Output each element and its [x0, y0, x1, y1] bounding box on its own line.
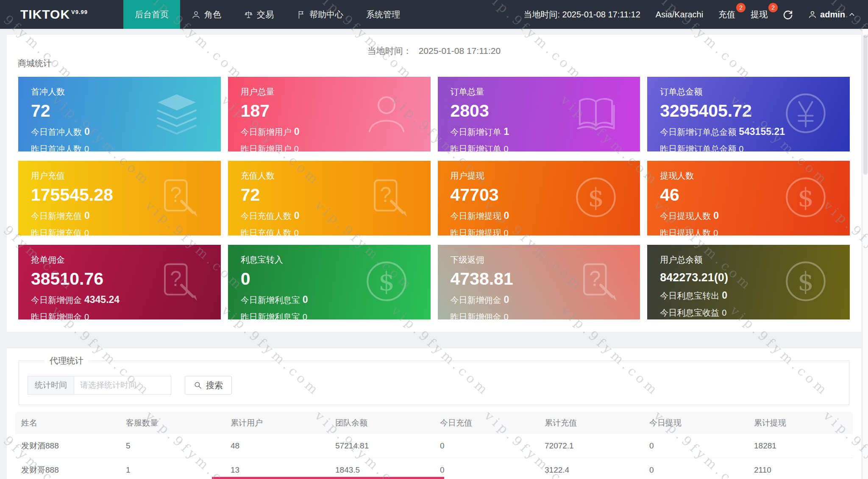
card-yesterday-line: 昨日新增订单0 — [451, 143, 640, 151]
stat-card-6: 用户提现 47703 今日新增提现0 昨日新增提现0 $ — [438, 161, 640, 235]
nav-item-2[interactable]: 交易 — [233, 0, 285, 29]
stats-section-title: 商城统计 — [18, 58, 52, 69]
app-logo: TIKTOKV9.99 — [20, 7, 88, 22]
withdraw-badge: 2 — [768, 3, 778, 12]
chevron-up-icon — [849, 11, 855, 18]
card-yesterday-value: 0 — [84, 228, 89, 235]
search-button[interactable]: 搜索 — [185, 376, 232, 395]
nav-item-0[interactable]: 后台首页 — [123, 0, 180, 29]
note-question-icon: ? — [153, 258, 200, 307]
yen-circle-icon — [782, 90, 829, 139]
agent-panel: 代理统计 统计时间 搜索 姓名客服数量累计用户团队余额今日充值累计充值今日提现累… — [7, 348, 861, 479]
table-row: 发财酒88854857214.81072072.1018281 — [15, 434, 853, 458]
withdraw-button[interactable]: 提现 2 — [751, 9, 768, 20]
stat-card-11: 用户总余额 842273.21(0) 今日利息宝转出0 今日利息宝收益0 $ — [647, 245, 850, 319]
table-cell: 1 — [120, 458, 225, 479]
navbar-right: 当地时间: 2025-01-08 17:11:12 Asia/Karachi 充… — [523, 9, 855, 20]
card-today-value: 0 — [294, 126, 300, 137]
table-cell: 5 — [120, 434, 225, 458]
nav-item-label: 系统管理 — [366, 9, 400, 20]
nav-item-1[interactable]: 角色 — [180, 0, 233, 29]
card-yesterday-line: 昨日新增用户0 — [241, 143, 431, 151]
top-navbar: TIKTOKV9.99 后台首页角色交易帮助中心系统管理 当地时间: 2025-… — [0, 0, 868, 29]
svg-text:?: ? — [589, 267, 601, 290]
table-cell: 13 — [225, 458, 329, 479]
card-today-value: 0 — [294, 210, 300, 221]
card-yesterday-line: 今日利息宝收益0 — [660, 307, 850, 319]
card-yesterday-line: 昨日新增订单总金额0 — [660, 143, 850, 151]
table-header-6: 今日提现 — [643, 412, 748, 434]
stat-card-7: 提现人数 46 今日提现人数0 昨日提现人数0 $ — [647, 161, 850, 235]
card-yesterday-value: 0 — [294, 144, 299, 151]
table-cell: 48 — [225, 434, 329, 458]
table-cell: 72072.1 — [539, 434, 643, 458]
table-cell: 0 — [434, 458, 539, 479]
refresh-icon[interactable] — [783, 9, 793, 20]
card-yesterday-value: 0 — [504, 228, 509, 235]
svg-text:?: ? — [170, 267, 181, 290]
dollar-circle-icon: $ — [572, 174, 620, 223]
card-yesterday-value: 0 — [504, 144, 509, 151]
table-header-4: 今日充值 — [434, 412, 539, 434]
agent-section-title: 代理统计 — [45, 355, 89, 367]
table-header-0: 姓名 — [15, 412, 120, 434]
stat-time-input[interactable] — [74, 376, 171, 395]
table-header-3: 团队余额 — [329, 412, 434, 434]
table-cell: 0 — [434, 434, 539, 458]
bottom-accent-bar — [212, 477, 444, 479]
user-icon — [363, 90, 410, 139]
stat-card-4: 用户充值 175545.28 今日新增充值0 昨日新增充值0 ? — [18, 161, 221, 235]
navbar-local-time: 当地时间: 2025-01-08 17:11:12 — [523, 9, 640, 20]
nav-item-3[interactable]: 帮助中心 — [285, 0, 355, 29]
card-today-value: 0 — [722, 290, 727, 301]
card-yesterday-value: 0 — [504, 312, 509, 319]
stat-card-3: 订单总金额 3295405.72 今日新增订单总金额543155.21 昨日新增… — [647, 77, 850, 151]
agent-table: 姓名客服数量累计用户团队余额今日充值累计充值今日提现累计提现 发财酒888548… — [15, 412, 853, 479]
stat-card-8: 抢单佣金 38510.76 今日新增佣金4345.24 昨日新增佣金0 ? — [18, 245, 221, 319]
table-cell: 发财哥888 — [15, 458, 120, 479]
stat-card-2: 订单总量 2803 今日新增订单1 昨日新增订单0 — [438, 77, 640, 151]
card-yesterday-value: 0 — [84, 312, 89, 319]
nav-item-label: 帮助中心 — [309, 9, 343, 20]
stat-card-0: 首冲人数 72 今日首冲人数0 昨日首冲人数0 — [18, 77, 221, 151]
stat-card-10: 下级返佣 4738.81 今日新增佣金0 昨日新增佣金0 ? — [438, 245, 640, 319]
admin-username: admin — [820, 10, 845, 20]
table-cell: 2110 — [748, 458, 853, 479]
table-cell: 57214.81 — [329, 434, 434, 458]
recharge-badge: 2 — [736, 3, 746, 12]
scrollbar-track — [863, 29, 868, 479]
agent-fieldset: 代理统计 统计时间 搜索 — [19, 355, 849, 405]
local-time-display: 当地时间： 2025-01-08 17:11:20 — [7, 45, 861, 57]
nav-item-label: 后台首页 — [135, 9, 169, 20]
stat-card-9: 利息宝转入 0 今日新增利息宝0 昨日新增利息宝0 $ — [228, 245, 431, 319]
table-header-5: 累计充值 — [539, 412, 643, 434]
table-cell: 0 — [643, 458, 748, 479]
note-question-icon: ? — [363, 174, 410, 223]
card-yesterday-value: 0 — [739, 144, 743, 151]
layers-icon — [153, 90, 200, 139]
search-icon — [194, 381, 202, 389]
agent-filter-row: 统计时间 搜索 — [28, 376, 840, 395]
dollar-circle-icon: $ — [782, 174, 829, 223]
person-icon — [808, 10, 817, 19]
card-yesterday-line: 昨日充值人数0 — [241, 227, 431, 235]
nav-item-4[interactable]: 系统管理 — [355, 0, 412, 29]
card-yesterday-value: 0 — [722, 308, 726, 317]
filter-label: 统计时间 — [28, 376, 74, 395]
table-cell: 0 — [643, 434, 748, 458]
admin-menu[interactable]: admin — [808, 10, 855, 20]
card-yesterday-value: 0 — [84, 144, 89, 151]
card-today-value: 0 — [713, 210, 719, 221]
user-icon — [192, 10, 200, 19]
svg-text:?: ? — [170, 183, 181, 206]
card-yesterday-line: 昨日新增佣金0 — [451, 311, 640, 319]
card-today-value: 543155.21 — [739, 126, 785, 137]
card-today-value: 0 — [504, 210, 509, 221]
scrollbar-thumb[interactable] — [863, 35, 868, 175]
card-today-value: 1 — [504, 126, 509, 137]
card-today-value: 0 — [303, 294, 308, 305]
card-yesterday-value: 0 — [713, 228, 718, 235]
dollar-circle-icon: $ — [363, 258, 410, 307]
recharge-button[interactable]: 充值 2 — [718, 9, 735, 20]
svg-text:$: $ — [798, 182, 814, 212]
